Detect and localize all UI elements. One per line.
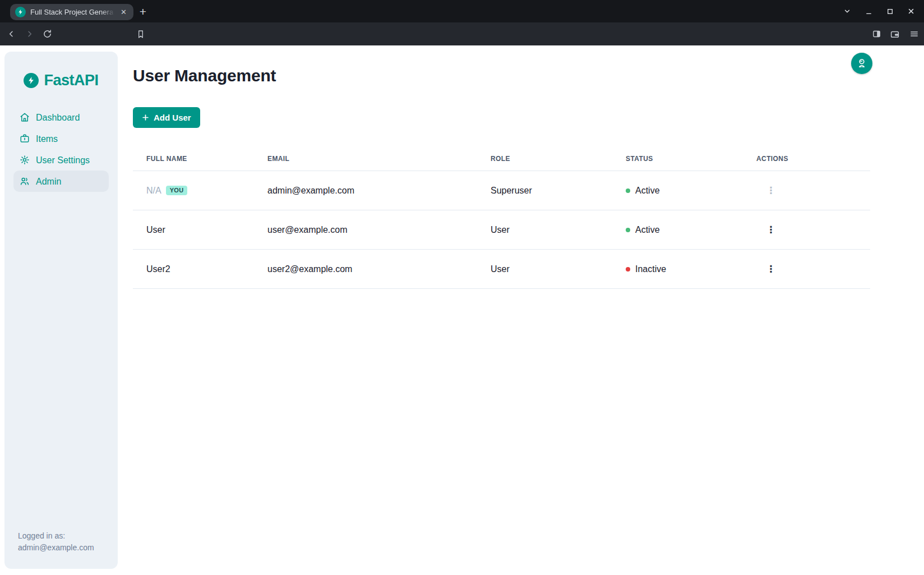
back-icon[interactable] — [4, 27, 19, 41]
cell-full-name: N/A YOU — [133, 186, 267, 196]
new-tab-button[interactable]: + — [136, 4, 150, 19]
page-content: FastAPI Dashboard Items User Settings — [0, 45, 924, 575]
table-row: User user@example.com User Active ⋮ — [133, 210, 870, 250]
cell-email: admin@example.com — [267, 186, 491, 196]
minimize-icon[interactable] — [861, 4, 876, 19]
sidebar-nav: Dashboard Items User Settings Admin — [4, 107, 118, 192]
status-dot — [626, 188, 630, 193]
browser-titlebar: Full Stack Project Genera ✕ + — [0, 0, 924, 22]
header-email: Email — [267, 155, 491, 163]
sidebar-item-label: Dashboard — [36, 113, 80, 122]
kebab-menu-icon[interactable]: ⋮ — [764, 184, 778, 197]
users-icon — [20, 176, 30, 186]
header-actions: Actions — [756, 155, 870, 163]
reload-icon[interactable] — [40, 27, 54, 41]
cell-status: Active — [626, 225, 756, 235]
wallet-icon[interactable] — [888, 27, 902, 41]
window-controls — [840, 0, 922, 22]
bookmark-icon[interactable] — [133, 27, 147, 41]
full-name-value: N/A — [146, 186, 161, 196]
users-table: Full Name Email Role Status Actions N/A … — [133, 147, 870, 289]
page-title: User Management — [133, 66, 276, 85]
status-dot — [626, 228, 630, 232]
tab-close-icon[interactable]: ✕ — [119, 7, 128, 17]
sidebar-item-label: User Settings — [36, 155, 90, 165]
sidebar-item-label: Admin — [36, 177, 61, 186]
sidebar-item-user-settings[interactable]: User Settings — [13, 149, 109, 171]
home-icon — [20, 112, 30, 122]
menu-icon[interactable] — [907, 27, 921, 41]
cell-full-name: User — [133, 225, 267, 235]
close-icon[interactable] — [904, 4, 918, 19]
astronaut-user-icon — [856, 58, 867, 69]
add-user-label: Add User — [154, 113, 191, 122]
cell-full-name: User2 — [133, 264, 267, 274]
briefcase-icon — [20, 134, 30, 144]
cell-status: Active — [626, 186, 756, 196]
kebab-menu-icon[interactable]: ⋮ — [764, 223, 778, 237]
sidebar: FastAPI Dashboard Items User Settings — [4, 52, 118, 569]
status-label: Active — [635, 186, 660, 196]
cell-email: user2@example.com — [267, 264, 491, 274]
browser-tab[interactable]: Full Stack Project Genera ✕ — [10, 4, 133, 20]
cell-email: user@example.com — [267, 225, 491, 235]
brand-name: FastAPI — [44, 72, 98, 89]
fastapi-favicon-icon — [15, 7, 26, 17]
cell-role: Superuser — [491, 186, 626, 196]
table-header-row: Full Name Email Role Status Actions — [133, 147, 870, 171]
logged-in-as: Logged in as: admin@example.com — [18, 530, 94, 554]
full-name-value: User2 — [146, 264, 170, 274]
logged-in-as-email: admin@example.com — [18, 542, 94, 554]
add-user-button[interactable]: Add User — [133, 107, 200, 128]
full-name-value: User — [146, 225, 165, 235]
header-full-name: Full Name — [133, 155, 267, 163]
sidebar-toggle-icon[interactable] — [870, 27, 884, 41]
forward-icon[interactable] — [22, 27, 36, 41]
browser-toolbar: i localhost/admin 1 — [0, 22, 924, 45]
cell-role: User — [491, 225, 626, 235]
cell-role: User — [491, 264, 626, 274]
logged-in-as-label: Logged in as: — [18, 530, 94, 542]
kebab-menu-icon[interactable]: ⋮ — [764, 263, 778, 276]
table-row: N/A YOU admin@example.com Superuser Acti… — [133, 171, 870, 210]
sidebar-item-label: Items — [36, 134, 58, 144]
status-dot — [626, 267, 630, 272]
gear-icon — [20, 155, 30, 165]
status-label: Inactive — [635, 264, 666, 274]
sidebar-item-admin[interactable]: Admin — [13, 171, 109, 192]
header-status: Status — [626, 155, 756, 163]
sidebar-item-items[interactable]: Items — [13, 128, 109, 149]
tab-title: Full Stack Project Genera — [30, 8, 117, 16]
plus-icon — [142, 114, 149, 121]
maximize-icon[interactable] — [883, 4, 897, 19]
table-row: User2 user2@example.com User Inactive ⋮ — [133, 250, 870, 289]
you-badge: YOU — [166, 186, 188, 195]
header-role: Role — [491, 155, 626, 163]
user-menu-button[interactable] — [851, 53, 872, 74]
cell-status: Inactive — [626, 264, 756, 274]
fastapi-bolt-icon — [24, 73, 39, 88]
sidebar-item-dashboard[interactable]: Dashboard — [13, 107, 109, 128]
fastapi-logo: FastAPI — [4, 52, 118, 89]
status-label: Active — [635, 225, 660, 235]
tab-search-chevron-icon[interactable] — [840, 4, 854, 19]
